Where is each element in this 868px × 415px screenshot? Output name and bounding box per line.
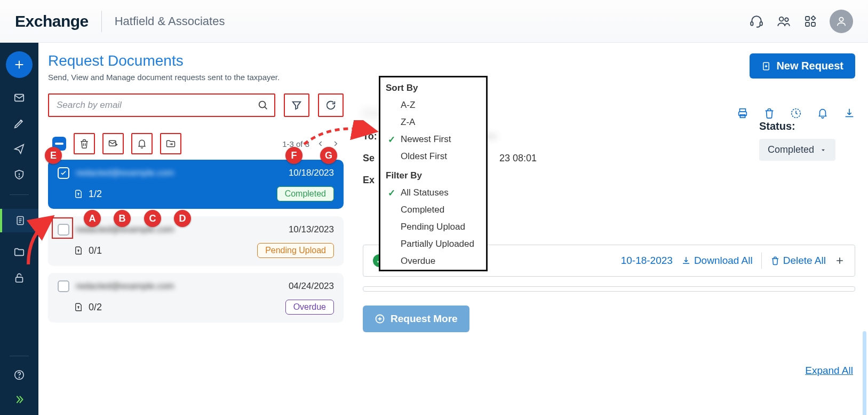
add-button[interactable] (6, 51, 33, 78)
annotation-a: A (84, 210, 101, 227)
sort-option[interactable]: Oldest First (380, 148, 486, 165)
annotation-f: F (285, 147, 302, 164)
request-more-button[interactable]: Request More (363, 306, 469, 332)
bulk-move-button[interactable] (160, 133, 181, 154)
org-name: Hatfield & Associates (115, 14, 225, 28)
pager-next[interactable] (332, 138, 339, 149)
svg-rect-6 (811, 22, 815, 26)
left-pane: Request Documents Send, View and Manage … (38, 43, 353, 415)
annotation-b: B (114, 210, 131, 227)
document-count-icon (74, 301, 83, 313)
new-request-button[interactable]: New Request (750, 53, 855, 79)
request-checkbox[interactable] (58, 167, 69, 179)
filter-option[interactable]: Pending Upload (380, 218, 486, 236)
bulk-delete-button[interactable] (74, 133, 95, 154)
annotation-c: C (144, 210, 161, 227)
request-checkbox[interactable] (58, 224, 69, 236)
status-label: Status: (759, 120, 855, 132)
request-email: redacted@example.com (76, 168, 282, 178)
edit-icon[interactable] (13, 118, 25, 129)
document-count: 0/2 (89, 302, 102, 313)
shield-icon[interactable] (13, 169, 25, 181)
remind-icon[interactable] (817, 107, 829, 119)
svg-rect-0 (751, 22, 753, 26)
sort-option[interactable]: A-Z (380, 97, 486, 114)
status-badge: Pending Upload (257, 243, 334, 258)
request-date: 04/24/2023 (289, 281, 334, 292)
status-badge: Overdue (285, 300, 334, 315)
svg-rect-4 (806, 17, 809, 20)
pager-prev[interactable] (317, 138, 324, 149)
annotation-d: D (174, 210, 191, 227)
delete-all-link[interactable]: Delete All (770, 255, 826, 267)
apps-icon[interactable] (804, 15, 817, 28)
status-select-value: Completed (768, 144, 814, 155)
filter-option[interactable]: Completed (380, 201, 486, 218)
avatar[interactable] (830, 10, 853, 33)
topbar: Exchange Hatfield & Associates (0, 0, 868, 43)
svg-point-7 (839, 17, 843, 21)
unlock-icon[interactable] (13, 272, 25, 284)
sort-section-title: Sort By (380, 77, 486, 97)
request-card[interactable]: redacted@example.com 10/18/2023 1/2 Comp… (48, 160, 344, 209)
search-row (48, 93, 344, 117)
document-row-collapsed (363, 286, 855, 292)
page-title: Request Documents (48, 52, 344, 69)
sort-option[interactable]: Newest First (380, 131, 486, 148)
print-icon[interactable] (737, 107, 748, 119)
filter-option[interactable]: Partially Uploaded (380, 236, 486, 253)
filter-button[interactable] (284, 93, 309, 117)
filter-option[interactable]: All Statuses (380, 184, 486, 201)
download-all-link[interactable]: Download All (681, 255, 753, 267)
status-badge: Completed (277, 186, 334, 201)
document-count: 0/1 (89, 245, 102, 256)
brand-name: Exchange (15, 12, 89, 30)
request-list: redacted@example.com 10/18/2023 1/2 Comp… (48, 160, 344, 330)
request-checkbox[interactable] (58, 280, 69, 292)
delete-icon[interactable] (763, 107, 775, 119)
document-count-icon (74, 245, 83, 256)
status-select[interactable]: Completed (759, 139, 835, 161)
bulk-remind-button[interactable] (131, 133, 153, 154)
rail-divider (10, 194, 29, 195)
help-icon[interactable] (13, 369, 25, 381)
download-icon[interactable] (843, 107, 855, 119)
document-date: 10-18-2023 (621, 255, 673, 267)
svg-rect-1 (760, 22, 762, 26)
left-rail (0, 43, 38, 415)
annotation-e: E (45, 147, 62, 164)
expand-rail-icon[interactable] (13, 394, 25, 405)
search-input[interactable] (48, 93, 275, 117)
new-request-label: New Request (776, 60, 843, 72)
svg-rect-20 (740, 115, 745, 118)
bulk-resend-button[interactable] (102, 133, 124, 154)
sent-value-suffix: 23 08:01 (499, 153, 537, 164)
svg-point-13 (19, 377, 19, 378)
refresh-button[interactable] (318, 93, 344, 117)
users-icon[interactable] (776, 14, 791, 28)
rail-divider-2 (10, 356, 29, 356)
headset-icon[interactable] (750, 14, 763, 28)
request-email: redacted@example.com (76, 281, 282, 292)
svg-rect-15 (55, 143, 63, 145)
brand-divider (101, 11, 102, 32)
request-card[interactable]: redacted@example.com 04/24/2023 0/2 Over… (48, 273, 344, 322)
mail-icon[interactable] (13, 92, 25, 104)
detail-actions-bar (737, 107, 855, 119)
send-icon[interactable] (13, 143, 25, 155)
folder-icon[interactable] (13, 246, 25, 258)
expand-all-link[interactable]: Expand All (805, 365, 853, 377)
scrollbar[interactable] (863, 331, 866, 415)
add-document-button[interactable] (834, 255, 845, 266)
svg-rect-11 (16, 277, 23, 282)
svg-point-9 (19, 176, 20, 177)
sort-option[interactable]: Z-A (380, 114, 486, 131)
request-date: 10/18/2023 (289, 168, 334, 178)
topbar-icons (750, 10, 853, 33)
document-icon[interactable] (0, 209, 38, 232)
annotation-g: G (320, 147, 337, 164)
history-icon[interactable] (790, 107, 802, 119)
document-count-icon (74, 188, 83, 200)
sort-filter-popover: Sort By A-ZZ-ANewest FirstOldest First F… (379, 76, 488, 271)
filter-option[interactable]: Overdue (380, 253, 486, 270)
